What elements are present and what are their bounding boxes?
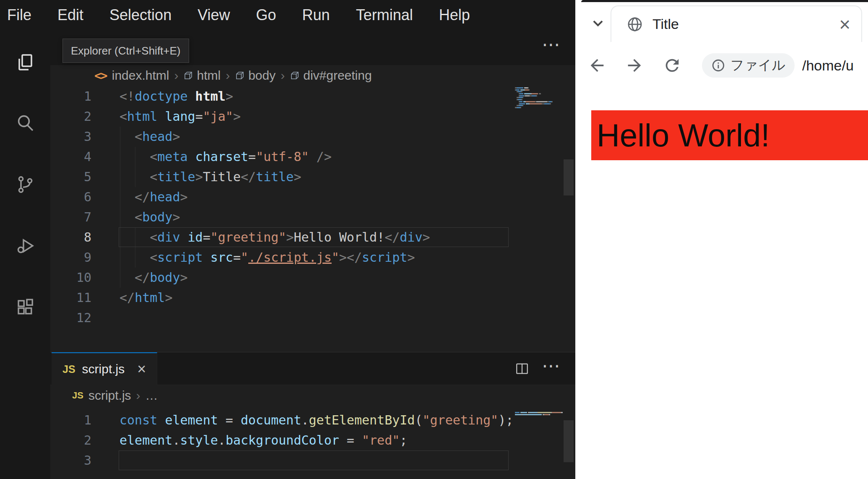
code-line[interactable]: 5 <title>Title</title> [50,167,566,187]
editor-group-js: JS script.js × ⋯ JS script.js › … 1c [50,352,575,479]
code-text: </head> [91,187,188,207]
line-number[interactable]: 8 [50,227,91,247]
tab-script-js[interactable]: JS script.js × [52,352,157,385]
code-text: <meta charset="utf-8" /> [91,147,332,167]
line-number[interactable]: 7 [50,207,91,227]
activity-extensions-button[interactable] [15,297,35,318]
back-button[interactable] [587,56,607,75]
breadcrumb-html[interactable]: html [197,68,221,83]
more-actions-icon[interactable]: ⋯ [539,355,563,376]
code-line[interactable]: 3 <head> [50,127,566,147]
breadcrumb-file[interactable]: index.html [112,68,169,83]
line-number[interactable]: 2 [50,430,91,450]
code-line[interactable]: 4 <meta charset="utf-8" /> [50,147,566,167]
more-actions-icon[interactable]: ⋯ [539,34,563,55]
code-text: </body> [91,268,188,288]
line-number[interactable]: 1 [50,86,91,107]
scrollbar-thumb[interactable] [564,420,574,462]
minimap[interactable] [515,87,562,111]
code-editor-js[interactable]: 1const element = document.getElementById… [50,410,566,471]
tab-label: script.js [82,362,125,376]
minimap[interactable] [515,412,562,418]
line-number[interactable]: 3 [50,450,91,471]
menu-item-terminal[interactable]: Terminal [343,6,426,24]
code-line[interactable]: 2<html lang="ja"> [50,107,566,127]
code-line[interactable]: 11</html> [50,288,566,308]
browser-tab[interactable]: Title × [611,5,862,42]
code-text: <body> [91,207,180,227]
activity-run-debug-button[interactable] [15,236,35,256]
code-line[interactable]: 8 <div id="greeting">Hello World!</div> [50,227,566,247]
code-text: <script src="./script.js"></script> [91,247,415,268]
line-number[interactable]: 10 [50,268,91,288]
menu-item-edit[interactable]: Edit [44,6,96,24]
line-number[interactable]: 3 [50,127,91,147]
breadcrumb-body[interactable]: body [248,68,275,83]
reload-button[interactable] [663,56,682,75]
split-editor-button[interactable] [515,362,529,377]
code-line[interactable]: 2element.style.backgroundColor = "red"; [50,430,566,450]
element-symbol-icon [183,70,193,81]
code-line[interactable]: 9 <script src="./script.js"></script> [50,247,566,268]
breadcrumb-file[interactable]: script.js [88,388,131,403]
line-number[interactable]: 4 [50,147,91,167]
editor-tab-bar-js: JS script.js × ⋯ [50,352,575,385]
split-editor-icon [515,362,529,376]
menu-item-selection[interactable]: Selection [96,6,185,24]
globe-icon [626,16,643,33]
activity-bar [0,30,50,479]
page-banner-text: Hello World! [597,117,770,154]
code-line[interactable]: 3 [50,450,566,471]
code-line[interactable]: 6 </head> [50,187,566,207]
line-number[interactable]: 5 [50,167,91,187]
extensions-icon [15,297,35,318]
breadcrumb-more[interactable]: … [146,388,158,403]
activity-source-control-button[interactable] [15,174,35,195]
breadcrumb-js: JS script.js › … [50,385,575,406]
breadcrumb-separator: › [169,68,183,83]
line-number[interactable]: 6 [50,187,91,207]
code-line[interactable]: 12 [50,308,566,328]
activity-search-button[interactable] [15,113,35,133]
line-number[interactable]: 2 [50,107,91,127]
page-banner: Hello World! [591,110,868,160]
code-line[interactable]: 1const element = document.getElementById… [50,410,566,430]
site-info-chip[interactable]: ファイル [702,53,795,78]
html-file-icon: <> [94,69,107,83]
code-line[interactable]: 7 <body> [50,207,566,227]
address-url[interactable]: /home/u [802,57,854,74]
explorer-tooltip: Explorer (Ctrl+Shift+E) [62,39,189,63]
source-control-icon [15,174,35,195]
line-number[interactable]: 1 [50,410,91,430]
browser-tab-title: Title [652,16,679,32]
tab-list-button[interactable] [589,14,607,32]
code-line[interactable]: 1<!doctype html> [50,86,566,107]
code-text: <!doctype html> [91,86,233,107]
element-symbol-icon [235,70,245,81]
breadcrumb-div-greeting[interactable]: div#greeting [303,68,372,83]
vscode-window: FileEditSelectionViewGoRunTerminalHelp [0,0,575,479]
element-symbol-icon [290,70,300,81]
close-tab-icon[interactable]: × [137,360,146,378]
code-editor-html[interactable]: 1<!doctype html>2<html lang="ja">3 <head… [50,86,566,328]
menu-item-run[interactable]: Run [289,6,343,24]
line-number[interactable]: 12 [50,308,91,328]
scrollbar-thumb[interactable] [564,159,574,195]
js-file-icon: JS [72,390,83,401]
breadcrumb-separator: › [275,68,290,83]
menu-item-view[interactable]: View [185,6,243,24]
close-tab-icon[interactable]: × [839,15,850,34]
code-text: <head> [91,127,180,147]
line-number[interactable]: 11 [50,288,91,308]
code-line[interactable]: 10 </body> [50,268,566,288]
forward-button[interactable] [625,56,644,75]
menu-item-go[interactable]: Go [243,6,289,24]
line-number[interactable]: 9 [50,247,91,268]
files-icon [15,52,35,73]
menu-item-file[interactable]: File [0,6,44,24]
activity-explorer-button[interactable] [15,52,35,73]
search-icon [15,113,35,133]
code-text [91,308,120,328]
menu-item-help[interactable]: Help [426,6,483,24]
breadcrumb-separator: › [131,388,146,403]
